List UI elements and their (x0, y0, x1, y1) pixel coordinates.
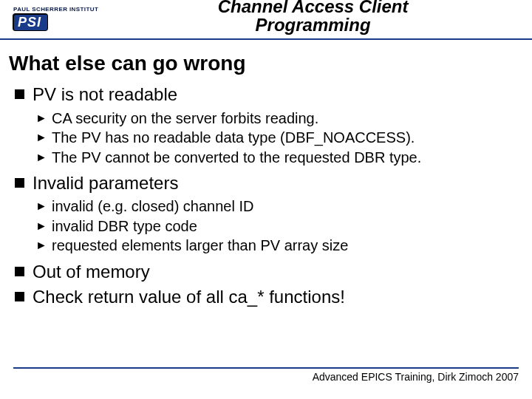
list-item-label: Invalid parameters (33, 173, 178, 193)
list-item-label: Out of memory (33, 262, 150, 282)
psi-logo-mark: PSI (13, 14, 47, 30)
sub-list-item: The PV cannot be converted to the reques… (35, 148, 519, 167)
psi-logo: PAUL SCHERRER INSTITUT PSI (13, 4, 98, 30)
sub-list-item: invalid (e.g. closed) channel ID (35, 197, 519, 216)
slide-footer: Advanced EPICS Training, Dirk Zimoch 200… (13, 367, 519, 383)
slide-title: Channel Access Client Programming (107, 0, 519, 34)
list-item-label: Check return value of all ca_* functions… (33, 287, 345, 307)
list-item: PV is not readable CA security on the se… (15, 83, 519, 167)
slide-title-block: Channel Access Client Programming (107, 0, 519, 34)
list-item: Check return value of all ca_* functions… (15, 285, 519, 309)
slide-title-line1: Channel Access Client (218, 0, 409, 16)
bullet-list: PV is not readable CA security on the se… (15, 83, 519, 309)
sub-list-item: invalid DBR type code (35, 216, 519, 236)
slide-header: PAUL SCHERRER INSTITUT PSI Channel Acces… (0, 0, 532, 40)
slide-content: What else can go wrong PV is not readabl… (0, 40, 532, 309)
sub-list: invalid (e.g. closed) channel ID invalid… (35, 197, 519, 255)
sub-list: CA security on the server forbits readin… (35, 109, 519, 167)
slide-heading: What else can go wrong (9, 52, 519, 75)
list-item: Invalid parameters invalid (e.g. closed)… (15, 171, 519, 256)
sub-list-item: The PV has no readable data type (DBF_NO… (35, 128, 519, 147)
footer-text: Advanced EPICS Training, Dirk Zimoch 200… (313, 371, 519, 383)
list-item: Out of memory (15, 260, 519, 284)
slide-title-line2: Programming (256, 15, 371, 35)
sub-list-item: requested elements larger than PV array … (35, 236, 519, 255)
sub-list-item: CA security on the server forbits readin… (35, 109, 519, 128)
institute-name: PAUL SCHERRER INSTITUT (13, 6, 98, 13)
list-item-label: PV is not readable (33, 84, 177, 104)
